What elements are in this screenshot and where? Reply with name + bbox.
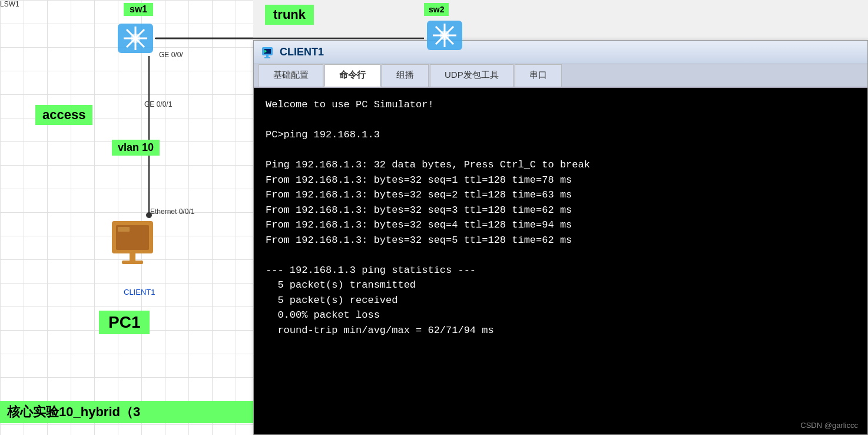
pc1-label: PC1	[99, 311, 150, 334]
bottom-label: 核心实验10_hybrid（3	[0, 401, 253, 423]
csdn-watermark: CSDN @garliccc	[800, 421, 858, 430]
terminal-titlebar: CLIENT1	[254, 41, 867, 64]
terminal-title-text: CLIENT1	[280, 46, 324, 58]
svg-rect-16	[266, 55, 269, 57]
tab-multicast[interactable]: 组播	[382, 64, 429, 87]
sw2-switch-icon	[424, 15, 465, 58]
ge001b-label: GE 0/0/1	[144, 100, 172, 108]
svg-rect-13	[118, 227, 130, 232]
svg-point-24	[440, 31, 449, 40]
terminal-output: Welcome to use PC Simulator! PC>ping 192…	[266, 97, 856, 338]
trunk-label: trunk	[265, 5, 314, 25]
tab-basic-config[interactable]: 基础配置	[259, 64, 323, 87]
client1-icon	[109, 218, 162, 277]
sw1-label: sw1	[124, 3, 153, 16]
terminal-title-icon	[261, 45, 275, 60]
sw2-label: sw2	[424, 3, 449, 16]
ethernet-label: Ethernet 0/0/1	[150, 207, 194, 216]
terminal-tabs: 基础配置 命令行 组播 UDP发包工具 串口	[254, 64, 867, 88]
lsw1-label: LSW1	[0, 0, 19, 8]
svg-rect-12	[122, 261, 143, 264]
svg-point-8	[131, 34, 140, 43]
sw1-switch-icon	[115, 18, 156, 59]
svg-rect-17	[264, 57, 270, 58]
network-diagram: sw1 LSW1 GE 0/0/ GE 0/0/1 access vlan 10…	[0, 0, 253, 435]
terminal-content-area[interactable]: Welcome to use PC Simulator! PC>ping 192…	[254, 88, 867, 434]
tab-serial[interactable]: 串口	[515, 64, 562, 87]
tab-command-line[interactable]: 命令行	[324, 64, 380, 87]
network-lines-svg	[0, 0, 253, 435]
client1-device-label: CLIENT1	[124, 288, 155, 296]
access-label: access	[35, 105, 92, 125]
ge001-label: GE 0/0/	[159, 51, 183, 59]
terminal-window: CLIENT1 基础配置 命令行 组播 UDP发包工具 串口 Welcome t…	[253, 40, 868, 435]
vlan10-label: vlan 10	[112, 140, 160, 156]
tab-udp-tool[interactable]: UDP发包工具	[430, 64, 513, 87]
